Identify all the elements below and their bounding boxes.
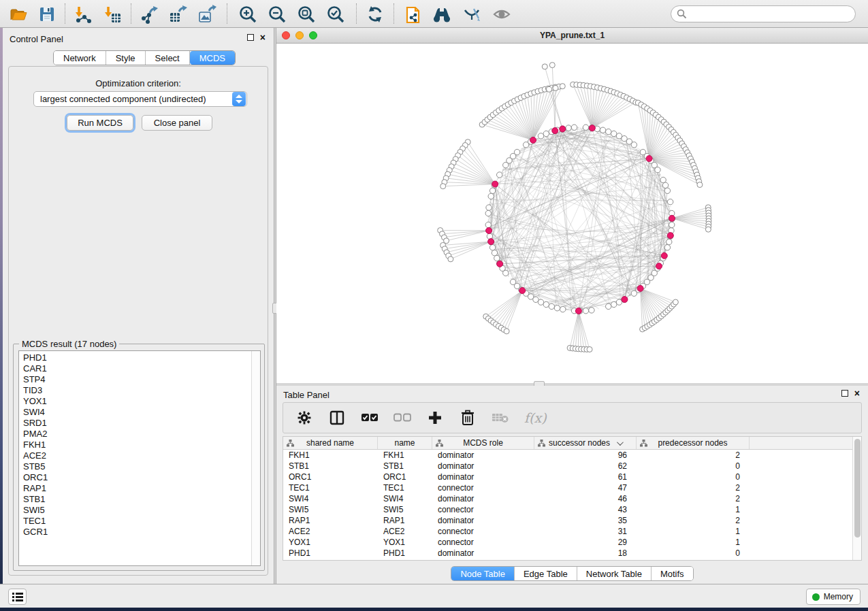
cell: SWI4 <box>378 493 432 504</box>
import-table-icon[interactable] <box>102 4 123 24</box>
column-header-predecessor-nodes[interactable]: predecessor nodes <box>637 437 750 449</box>
mcds-result-item[interactable]: ORC1 <box>19 472 251 483</box>
tab-style[interactable]: Style <box>106 51 146 65</box>
column-label: name <box>394 438 415 448</box>
tab-edge-table[interactable]: Edge Table <box>515 567 577 580</box>
network-canvas[interactable] <box>276 44 868 383</box>
mcds-result-item[interactable]: TEC1 <box>19 516 251 527</box>
table-body: FKH1FKH1dominator962STB1STB1dominator620… <box>283 450 852 560</box>
mcds-result-item[interactable]: GCR1 <box>19 527 251 538</box>
run-mcds-button[interactable]: Run MCDS <box>67 115 133 131</box>
mcds-result-item[interactable]: RAP1 <box>19 483 251 494</box>
column-type-icon <box>538 440 545 447</box>
cell: ACE2 <box>283 526 378 537</box>
cell: FKH1 <box>378 450 432 461</box>
column-label: shared name <box>306 438 354 448</box>
column-header-MCDS-role[interactable]: MCDS role <box>432 437 534 449</box>
table-row[interactable]: STB1STB1dominator620 <box>283 461 852 472</box>
float-panel-icon[interactable] <box>841 390 848 397</box>
tab-select[interactable]: Select <box>146 51 190 65</box>
toolbar-separator <box>356 3 357 24</box>
mcds-result-item[interactable]: SWI4 <box>19 407 251 418</box>
memory-button[interactable]: Memory <box>806 589 861 605</box>
search-input[interactable] <box>687 9 855 19</box>
mcds-result-group: MCDS result (17 nodes) PHD1CAR1STP4TID3Y… <box>13 344 265 571</box>
cell: ACE2 <box>378 526 432 537</box>
table-header-row: shared namenameMCDS rolesuccessor nodesp… <box>283 437 852 450</box>
zoom-out-icon[interactable] <box>267 4 287 24</box>
cell: 2 <box>637 515 750 526</box>
mcds-result-item[interactable]: TID3 <box>19 385 251 396</box>
table-row[interactable]: FKH1FKH1dominator962 <box>283 450 852 461</box>
tab-node-table[interactable]: Node Table <box>451 567 515 580</box>
select-all-icon[interactable] <box>361 409 379 427</box>
cell: connector <box>432 482 534 493</box>
tab-network[interactable]: Network <box>54 51 106 65</box>
network-window-titlebar[interactable]: YPA_prune.txt_1 <box>276 28 868 44</box>
delete-column-icon[interactable] <box>459 409 477 427</box>
visual-properties-icon[interactable] <box>462 4 482 24</box>
mcds-result-item[interactable]: PHD1 <box>19 352 251 363</box>
mcds-result-item[interactable]: ACE2 <box>19 450 251 461</box>
table-row[interactable]: ORC1ORC1dominator610 <box>283 472 852 482</box>
tab-network-table[interactable]: Network Table <box>577 567 652 580</box>
search-network-icon[interactable] <box>431 4 451 24</box>
mcds-result-item[interactable]: YOX1 <box>19 396 251 407</box>
mcds-result-item[interactable]: FKH1 <box>19 440 251 450</box>
table-row[interactable]: SWI5SWI5connector431 <box>283 504 852 515</box>
node-table[interactable]: shared namenameMCDS rolesuccessor nodesp… <box>283 436 862 561</box>
table-row[interactable]: RAP1RAP1dominator352 <box>283 515 852 526</box>
import-network-icon[interactable] <box>72 4 93 24</box>
mcds-result-item[interactable]: SRD1 <box>19 418 251 429</box>
mcds-result-item[interactable]: PMA2 <box>19 429 251 440</box>
cell: SWI4 <box>283 493 378 504</box>
mcds-result-item[interactable]: CAR1 <box>19 363 251 374</box>
table-settings-gear-icon[interactable] <box>295 409 313 427</box>
deselect-all-icon[interactable] <box>393 409 411 427</box>
refresh-icon[interactable] <box>365 4 385 24</box>
table-row[interactable]: YOX1YOX1connector291 <box>283 537 852 548</box>
mcds-result-item[interactable]: STB5 <box>19 461 251 472</box>
open-folder-icon[interactable] <box>8 4 29 24</box>
show-columns-icon[interactable] <box>328 409 346 427</box>
mcds-list-scrollbar[interactable] <box>251 351 260 565</box>
cell: ORC1 <box>283 472 378 482</box>
tab-mcds[interactable]: MCDS <box>190 51 235 65</box>
mcds-result-item[interactable]: STB1 <box>19 494 251 505</box>
float-panel-icon[interactable] <box>247 34 254 41</box>
tab-motifs[interactable]: Motifs <box>652 567 693 580</box>
mcds-result-item[interactable]: STP4 <box>19 374 251 385</box>
task-history-button[interactable] <box>8 589 27 605</box>
table-row[interactable]: SWI4SWI4dominator462 <box>283 493 852 504</box>
close-panel-icon[interactable]: × <box>260 34 266 41</box>
eye-icon[interactable] <box>492 4 512 24</box>
zoom-fit-icon[interactable] <box>296 4 317 24</box>
export-image-icon[interactable] <box>197 4 217 24</box>
global-search[interactable] <box>671 5 856 22</box>
export-network-icon[interactable] <box>139 4 159 24</box>
export-table-icon[interactable] <box>167 4 188 24</box>
cell: dominator <box>432 548 534 559</box>
close-panel-button[interactable]: Close panel <box>142 115 212 131</box>
network-file-icon[interactable] <box>402 4 423 24</box>
zoom-in-icon[interactable] <box>238 4 258 24</box>
column-header-shared-name[interactable]: shared name <box>283 437 378 449</box>
table-row[interactable]: ACE2ACE2connector311 <box>283 526 852 537</box>
table-scrollbar[interactable] <box>852 437 861 560</box>
close-panel-icon[interactable]: × <box>854 390 860 397</box>
mcds-result-item[interactable]: SWI5 <box>19 505 251 516</box>
optimization-criterion-select[interactable]: largest connected component (undirected) <box>33 91 247 107</box>
column-header-successor-nodes[interactable]: successor nodes <box>534 437 637 449</box>
table-row[interactable]: PHD1PHD1dominator180 <box>283 548 852 559</box>
table-row[interactable]: TEC1TEC1connector472 <box>283 482 852 493</box>
cell: YOX1 <box>378 537 432 548</box>
scrollbar-thumb[interactable] <box>854 439 861 538</box>
network-graph <box>276 44 868 383</box>
cell: RAP1 <box>283 515 378 526</box>
add-column-icon[interactable] <box>426 409 444 427</box>
cell: dominator <box>432 461 534 472</box>
mcds-result-list[interactable]: PHD1CAR1STP4TID3YOX1SWI4SRD1PMA2FKH1ACE2… <box>18 350 261 566</box>
column-header-name[interactable]: name <box>378 437 432 449</box>
save-icon[interactable] <box>37 4 57 24</box>
zoom-selected-icon[interactable] <box>325 4 346 24</box>
